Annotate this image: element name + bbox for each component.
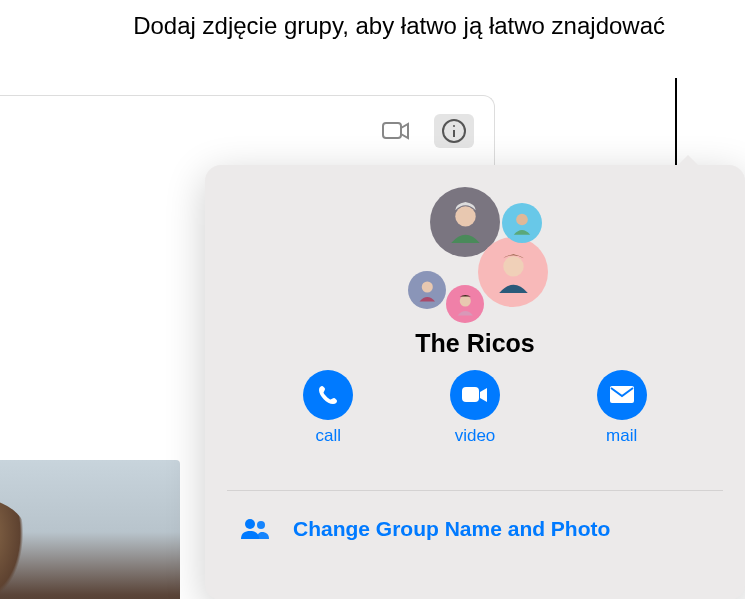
app-window	[0, 95, 495, 165]
group-icon	[239, 513, 271, 545]
divider	[227, 490, 723, 491]
conversation-background-photo	[0, 460, 180, 599]
svg-rect-10	[610, 386, 634, 403]
mail-label: mail	[606, 426, 637, 446]
change-group-label: Change Group Name and Photo	[293, 517, 610, 541]
svg-point-11	[245, 519, 255, 529]
video-label: video	[455, 426, 496, 446]
mail-icon	[597, 370, 647, 420]
group-member-avatar	[408, 271, 446, 309]
details-popover: The Ricos call video	[205, 165, 745, 599]
info-button[interactable]	[434, 114, 474, 148]
popover-arrow	[676, 155, 700, 167]
memoji-icon	[489, 248, 538, 297]
svg-point-8	[459, 295, 470, 306]
phone-icon	[303, 370, 353, 420]
action-row: call video mail	[205, 370, 745, 446]
group-member-avatar	[446, 285, 484, 323]
info-icon	[441, 118, 467, 144]
details-popover-container: The Ricos call video	[205, 165, 745, 599]
group-member-avatar	[478, 237, 548, 307]
svg-rect-0	[383, 123, 401, 138]
video-button[interactable]: video	[450, 370, 500, 446]
group-avatar-cluster[interactable]	[400, 183, 550, 323]
call-label: call	[316, 426, 342, 446]
svg-point-12	[257, 521, 265, 529]
facetime-video-button[interactable]	[376, 114, 416, 148]
memoji-icon	[414, 277, 441, 304]
svg-rect-9	[462, 387, 479, 402]
group-member-avatar	[502, 203, 542, 243]
group-name: The Ricos	[205, 329, 745, 358]
memoji-icon	[452, 291, 479, 318]
toolbar	[376, 114, 474, 148]
call-button[interactable]: call	[303, 370, 353, 446]
video-icon	[450, 370, 500, 420]
video-icon	[382, 121, 410, 141]
help-annotation: Dodaj zdjęcie grupy, aby łatwo ją łatwo …	[133, 10, 665, 41]
svg-point-4	[455, 206, 475, 226]
change-group-name-and-photo-button[interactable]: Change Group Name and Photo	[239, 513, 711, 545]
svg-point-7	[421, 281, 432, 292]
svg-point-5	[503, 256, 523, 276]
svg-point-6	[516, 214, 528, 226]
svg-point-2	[453, 125, 455, 127]
mail-button[interactable]: mail	[597, 370, 647, 446]
memoji-icon	[441, 198, 490, 247]
memoji-icon	[508, 209, 536, 237]
